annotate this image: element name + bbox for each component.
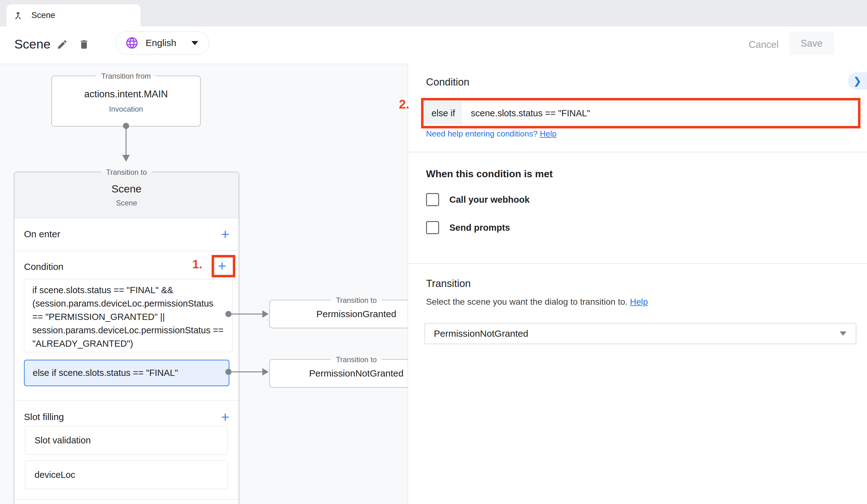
transition-from-node[interactable]: Transition from actions.intent.MAIN Invo…: [51, 76, 201, 127]
condition-card-else-if[interactable]: else if scene.slots.status == "FINAL": [24, 360, 229, 386]
scene-node: Transition to Scene Scene On enter + Con…: [14, 172, 239, 504]
app-header: Scene English Cancel Save: [0, 26, 867, 64]
condition-help-line: Need help entering conditions? Help: [426, 129, 556, 139]
slot-card-validation[interactable]: Slot validation: [25, 426, 228, 454]
on-enter-label: On enter: [24, 229, 60, 239]
condition-editor-panel: ❯ Condition 2. else if scene.slots.statu…: [408, 64, 867, 504]
transition-scene-dropdown[interactable]: PermissionNotGranted: [425, 323, 856, 344]
target-scene-name: PermissionNotGranted: [309, 368, 403, 379]
page-title: Scene: [14, 37, 51, 52]
delete-button[interactable]: [78, 39, 91, 51]
intent-name: actions.intent.MAIN: [84, 89, 168, 100]
add-condition-button[interactable]: +: [218, 259, 226, 273]
transition-to-legend: Transition to: [14, 167, 239, 178]
add-slot-button[interactable]: +: [221, 410, 229, 424]
condition-help-link[interactable]: Help: [540, 129, 556, 138]
condition-section-label: Condition: [24, 262, 64, 272]
transition-description-text: Select the scene you want the dialog to …: [426, 297, 628, 307]
condition-expression-input[interactable]: scene.slots.status == "FINAL": [461, 102, 853, 124]
condition-section: Condition 1. + if scene.slots.status == …: [14, 251, 239, 401]
add-on-enter-button[interactable]: +: [221, 227, 229, 241]
slot-filling-label: Slot filling: [24, 412, 64, 422]
annotation-step-2: 2.: [399, 97, 409, 111]
permission-granted-node[interactable]: Transition to PermissionGranted: [269, 300, 408, 328]
slot-filling-section: Slot filling + Slot validation deviceLoc: [14, 401, 239, 500]
collapse-panel-button[interactable]: ❯: [848, 72, 867, 89]
webhook-checkbox-row: Call your webhook: [426, 193, 529, 206]
transition-scene-value: PermissionNotGranted: [434, 328, 528, 339]
cancel-button[interactable]: Cancel: [746, 36, 782, 54]
dropdown-caret-icon: [839, 331, 846, 336]
scene-node-subtitle: Scene: [116, 199, 137, 207]
on-enter-section: On enter +: [14, 218, 239, 251]
scene-merge-icon: [13, 10, 23, 21]
panel-condition-heading: Condition: [426, 76, 469, 88]
tab-bar: Scene: [0, 0, 867, 26]
slot-card-deviceloc[interactable]: deviceLoc: [25, 460, 228, 489]
condition-help-text: Need help entering conditions?: [426, 129, 537, 138]
send-prompts-checkbox[interactable]: [426, 221, 439, 234]
chevron-right-icon: ❯: [853, 75, 862, 87]
condition-card-if[interactable]: if scene.slots.status == "FINAL" && (ses…: [24, 279, 233, 352]
panel-divider: [408, 152, 867, 152]
trash-icon: [78, 39, 90, 50]
annotation-box-1: +: [212, 255, 235, 277]
annotation-step-1: 1.: [192, 258, 202, 271]
call-webhook-label: Call your webhook: [449, 195, 529, 205]
pencil-icon: [57, 39, 68, 50]
globe-icon: [125, 36, 139, 50]
edit-button[interactable]: [57, 39, 69, 51]
else-if-label: else if: [425, 102, 461, 124]
call-webhook-checkbox[interactable]: [426, 193, 439, 206]
panel-divider: [408, 263, 867, 264]
language-label: English: [146, 37, 176, 48]
transition-help-link[interactable]: Help: [630, 297, 648, 307]
transition-from-legend: Transition from: [52, 70, 200, 82]
chevron-down-icon: [191, 41, 198, 45]
permission-not-granted-node[interactable]: Transition to PermissionNotGranted: [269, 359, 408, 388]
language-selector[interactable]: English: [116, 31, 209, 55]
transition-to-legend: Transition to: [270, 295, 408, 306]
transition-description: Select the scene you want the dialog to …: [426, 297, 648, 307]
prompts-checkbox-row: Send prompts: [426, 221, 510, 234]
transition-to-legend: Transition to: [270, 354, 408, 365]
condition-editor-row: else if scene.slots.status == "FINAL": [425, 102, 853, 124]
when-condition-heading: When this condition is met: [426, 168, 553, 180]
transition-heading: Transition: [426, 278, 471, 289]
send-prompts-label: Send prompts: [449, 223, 510, 233]
scene-node-header[interactable]: Scene Scene: [14, 172, 239, 218]
tab-scene[interactable]: Scene: [7, 4, 141, 26]
scene-diagram-canvas: Transition from actions.intent.MAIN Invo…: [0, 64, 408, 504]
target-scene-name: PermissionGranted: [317, 309, 396, 319]
intent-type: Invocation: [109, 105, 143, 113]
save-button[interactable]: Save: [789, 32, 834, 55]
scene-node-title: Scene: [111, 183, 141, 195]
tab-label: Scene: [31, 11, 55, 20]
